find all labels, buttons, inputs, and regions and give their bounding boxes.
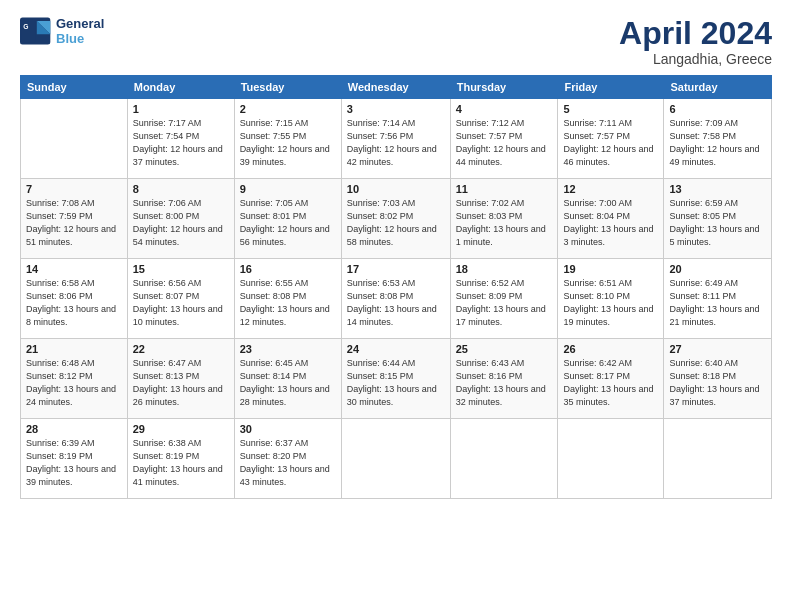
day-number-3-3: 24 (347, 343, 445, 355)
cell-3-2: 23Sunrise: 6:45 AMSunset: 8:14 PMDayligh… (234, 339, 341, 419)
cell-3-0: 21Sunrise: 6:48 AMSunset: 8:12 PMDayligh… (21, 339, 128, 419)
day-number-0-6: 6 (669, 103, 766, 115)
cell-1-4: 11Sunrise: 7:02 AMSunset: 8:03 PMDayligh… (450, 179, 558, 259)
calendar-body: 1Sunrise: 7:17 AMSunset: 7:54 PMDaylight… (21, 99, 772, 499)
cell-3-6: 27Sunrise: 6:40 AMSunset: 8:18 PMDayligh… (664, 339, 772, 419)
day-number-3-1: 22 (133, 343, 229, 355)
day-info-2-4: Sunrise: 6:52 AMSunset: 8:09 PMDaylight:… (456, 277, 553, 329)
main-title: April 2024 (619, 16, 772, 51)
day-number-1-4: 11 (456, 183, 553, 195)
day-number-4-0: 28 (26, 423, 122, 435)
day-info-1-0: Sunrise: 7:08 AMSunset: 7:59 PMDaylight:… (26, 197, 122, 249)
calendar-table: Sunday Monday Tuesday Wednesday Thursday… (20, 75, 772, 499)
cell-1-1: 8Sunrise: 7:06 AMSunset: 8:00 PMDaylight… (127, 179, 234, 259)
day-info-2-0: Sunrise: 6:58 AMSunset: 8:06 PMDaylight:… (26, 277, 122, 329)
cell-3-1: 22Sunrise: 6:47 AMSunset: 8:13 PMDayligh… (127, 339, 234, 419)
day-number-0-5: 5 (563, 103, 658, 115)
week-row-3: 21Sunrise: 6:48 AMSunset: 8:12 PMDayligh… (21, 339, 772, 419)
day-number-3-0: 21 (26, 343, 122, 355)
day-number-2-6: 20 (669, 263, 766, 275)
cell-2-0: 14Sunrise: 6:58 AMSunset: 8:06 PMDayligh… (21, 259, 128, 339)
day-info-2-3: Sunrise: 6:53 AMSunset: 8:08 PMDaylight:… (347, 277, 445, 329)
cell-0-5: 5Sunrise: 7:11 AMSunset: 7:57 PMDaylight… (558, 99, 664, 179)
cell-4-2: 30Sunrise: 6:37 AMSunset: 8:20 PMDayligh… (234, 419, 341, 499)
day-info-3-0: Sunrise: 6:48 AMSunset: 8:12 PMDaylight:… (26, 357, 122, 409)
cell-3-3: 24Sunrise: 6:44 AMSunset: 8:15 PMDayligh… (341, 339, 450, 419)
day-number-4-1: 29 (133, 423, 229, 435)
day-info-2-1: Sunrise: 6:56 AMSunset: 8:07 PMDaylight:… (133, 277, 229, 329)
col-friday: Friday (558, 76, 664, 99)
day-info-1-6: Sunrise: 6:59 AMSunset: 8:05 PMDaylight:… (669, 197, 766, 249)
day-number-0-4: 4 (456, 103, 553, 115)
day-number-4-2: 30 (240, 423, 336, 435)
day-number-2-1: 15 (133, 263, 229, 275)
cell-3-5: 26Sunrise: 6:42 AMSunset: 8:17 PMDayligh… (558, 339, 664, 419)
day-info-3-1: Sunrise: 6:47 AMSunset: 8:13 PMDaylight:… (133, 357, 229, 409)
header: G General Blue April 2024 Langadhia, Gre… (20, 16, 772, 67)
day-info-0-5: Sunrise: 7:11 AMSunset: 7:57 PMDaylight:… (563, 117, 658, 169)
day-number-2-5: 19 (563, 263, 658, 275)
day-number-1-1: 8 (133, 183, 229, 195)
col-tuesday: Tuesday (234, 76, 341, 99)
week-row-0: 1Sunrise: 7:17 AMSunset: 7:54 PMDaylight… (21, 99, 772, 179)
cell-2-2: 16Sunrise: 6:55 AMSunset: 8:08 PMDayligh… (234, 259, 341, 339)
cell-4-5 (558, 419, 664, 499)
cell-0-4: 4Sunrise: 7:12 AMSunset: 7:57 PMDaylight… (450, 99, 558, 179)
cell-2-3: 17Sunrise: 6:53 AMSunset: 8:08 PMDayligh… (341, 259, 450, 339)
day-info-3-2: Sunrise: 6:45 AMSunset: 8:14 PMDaylight:… (240, 357, 336, 409)
day-info-2-5: Sunrise: 6:51 AMSunset: 8:10 PMDaylight:… (563, 277, 658, 329)
day-info-0-1: Sunrise: 7:17 AMSunset: 7:54 PMDaylight:… (133, 117, 229, 169)
col-thursday: Thursday (450, 76, 558, 99)
cell-3-4: 25Sunrise: 6:43 AMSunset: 8:16 PMDayligh… (450, 339, 558, 419)
day-info-0-4: Sunrise: 7:12 AMSunset: 7:57 PMDaylight:… (456, 117, 553, 169)
day-number-0-3: 3 (347, 103, 445, 115)
cell-0-1: 1Sunrise: 7:17 AMSunset: 7:54 PMDaylight… (127, 99, 234, 179)
col-wednesday: Wednesday (341, 76, 450, 99)
day-info-0-2: Sunrise: 7:15 AMSunset: 7:55 PMDaylight:… (240, 117, 336, 169)
day-number-3-6: 27 (669, 343, 766, 355)
day-info-3-5: Sunrise: 6:42 AMSunset: 8:17 PMDaylight:… (563, 357, 658, 409)
day-info-3-6: Sunrise: 6:40 AMSunset: 8:18 PMDaylight:… (669, 357, 766, 409)
col-sunday: Sunday (21, 76, 128, 99)
day-number-2-0: 14 (26, 263, 122, 275)
title-block: April 2024 Langadhia, Greece (619, 16, 772, 67)
cell-1-0: 7Sunrise: 7:08 AMSunset: 7:59 PMDaylight… (21, 179, 128, 259)
cell-4-1: 29Sunrise: 6:38 AMSunset: 8:19 PMDayligh… (127, 419, 234, 499)
week-row-2: 14Sunrise: 6:58 AMSunset: 8:06 PMDayligh… (21, 259, 772, 339)
day-number-0-1: 1 (133, 103, 229, 115)
day-info-1-3: Sunrise: 7:03 AMSunset: 8:02 PMDaylight:… (347, 197, 445, 249)
cell-2-6: 20Sunrise: 6:49 AMSunset: 8:11 PMDayligh… (664, 259, 772, 339)
day-number-1-0: 7 (26, 183, 122, 195)
day-info-1-5: Sunrise: 7:00 AMSunset: 8:04 PMDaylight:… (563, 197, 658, 249)
day-number-2-2: 16 (240, 263, 336, 275)
cell-0-3: 3Sunrise: 7:14 AMSunset: 7:56 PMDaylight… (341, 99, 450, 179)
cell-0-6: 6Sunrise: 7:09 AMSunset: 7:58 PMDaylight… (664, 99, 772, 179)
cell-2-1: 15Sunrise: 6:56 AMSunset: 8:07 PMDayligh… (127, 259, 234, 339)
logo-icon: G (20, 17, 52, 45)
page: G General Blue April 2024 Langadhia, Gre… (0, 0, 792, 612)
cell-4-0: 28Sunrise: 6:39 AMSunset: 8:19 PMDayligh… (21, 419, 128, 499)
subtitle: Langadhia, Greece (619, 51, 772, 67)
day-number-0-2: 2 (240, 103, 336, 115)
day-number-3-4: 25 (456, 343, 553, 355)
cell-4-6 (664, 419, 772, 499)
day-info-4-1: Sunrise: 6:38 AMSunset: 8:19 PMDaylight:… (133, 437, 229, 489)
cell-1-5: 12Sunrise: 7:00 AMSunset: 8:04 PMDayligh… (558, 179, 664, 259)
day-info-1-2: Sunrise: 7:05 AMSunset: 8:01 PMDaylight:… (240, 197, 336, 249)
cell-4-4 (450, 419, 558, 499)
cell-1-6: 13Sunrise: 6:59 AMSunset: 8:05 PMDayligh… (664, 179, 772, 259)
day-info-3-3: Sunrise: 6:44 AMSunset: 8:15 PMDaylight:… (347, 357, 445, 409)
day-info-3-4: Sunrise: 6:43 AMSunset: 8:16 PMDaylight:… (456, 357, 553, 409)
day-info-1-1: Sunrise: 7:06 AMSunset: 8:00 PMDaylight:… (133, 197, 229, 249)
day-info-4-2: Sunrise: 6:37 AMSunset: 8:20 PMDaylight:… (240, 437, 336, 489)
day-number-3-2: 23 (240, 343, 336, 355)
logo-text: General Blue (56, 16, 104, 46)
day-info-1-4: Sunrise: 7:02 AMSunset: 8:03 PMDaylight:… (456, 197, 553, 249)
day-number-1-5: 12 (563, 183, 658, 195)
day-info-2-2: Sunrise: 6:55 AMSunset: 8:08 PMDaylight:… (240, 277, 336, 329)
day-info-2-6: Sunrise: 6:49 AMSunset: 8:11 PMDaylight:… (669, 277, 766, 329)
day-info-4-0: Sunrise: 6:39 AMSunset: 8:19 PMDaylight:… (26, 437, 122, 489)
day-number-2-3: 17 (347, 263, 445, 275)
week-row-1: 7Sunrise: 7:08 AMSunset: 7:59 PMDaylight… (21, 179, 772, 259)
col-saturday: Saturday (664, 76, 772, 99)
